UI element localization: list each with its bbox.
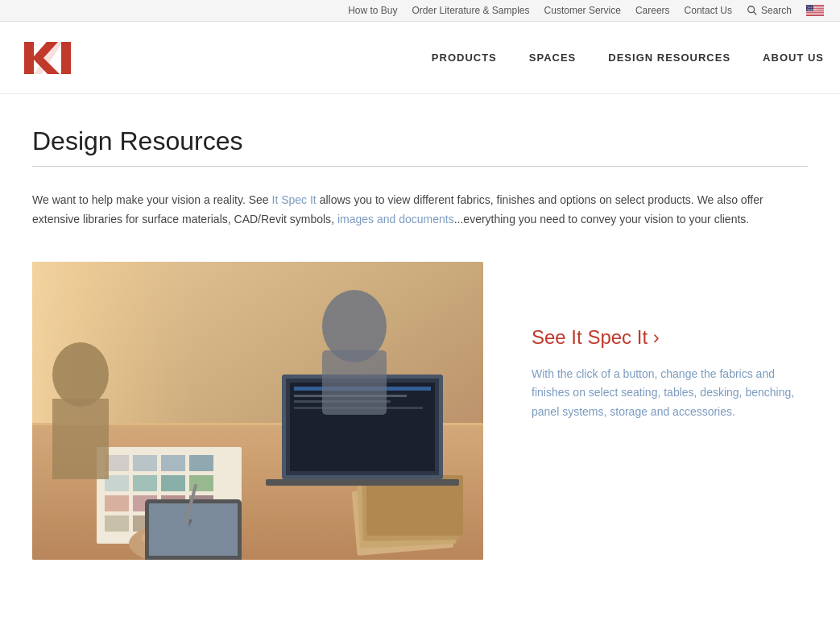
svg-rect-27 [133, 475, 157, 491]
svg-rect-56 [149, 503, 238, 556]
feature-image [32, 262, 483, 560]
contact-us-link[interactable]: Contact Us [685, 5, 732, 16]
feature-description: With the click of a button, change the f… [532, 365, 808, 422]
svg-rect-6 [806, 11, 824, 12]
svg-rect-15 [61, 42, 71, 74]
feature-text-block: See It Spec It › With the click of a but… [532, 262, 808, 422]
svg-rect-30 [105, 495, 129, 511]
svg-rect-60 [322, 350, 387, 415]
site-logo[interactable] [16, 34, 81, 82]
careers-link[interactable]: Careers [635, 5, 670, 16]
svg-rect-34 [105, 515, 129, 532]
images-documents-link[interactable]: images and documents [337, 213, 454, 226]
nav-spaces[interactable]: SPACES [529, 52, 577, 64]
main-content: Design Resources We want to help make yo… [0, 94, 840, 608]
main-navigation: PRODUCTS SPACES DESIGN RESOURCES ABOUT U… [0, 22, 840, 94]
order-literature-link[interactable]: Order Literature & Samples [412, 5, 529, 16]
nav-about-us[interactable]: ABOUT US [763, 52, 824, 64]
svg-rect-23 [133, 455, 157, 471]
title-divider [32, 166, 808, 167]
intro-paragraph: We want to help make your vision a reali… [32, 191, 797, 230]
svg-rect-29 [189, 475, 213, 491]
see-it-spec-it-link[interactable]: See It Spec It › [532, 326, 808, 349]
search-button[interactable]: Search [747, 5, 792, 16]
customer-service-link[interactable]: Customer Service [544, 5, 621, 16]
it-spec-it-link[interactable]: It Spec It [272, 193, 317, 206]
svg-rect-24 [161, 455, 185, 471]
feature-section: See It Spec It › With the click of a but… [32, 262, 808, 560]
svg-rect-8 [806, 14, 824, 15]
nav-links: PRODUCTS SPACES DESIGN RESOURCES ABOUT U… [432, 52, 824, 64]
page-title: Design Resources [32, 126, 808, 156]
svg-point-0 [748, 6, 755, 13]
svg-rect-25 [189, 455, 213, 471]
nav-products[interactable]: PRODUCTS [432, 52, 497, 64]
svg-line-1 [754, 12, 757, 15]
svg-rect-7 [806, 13, 824, 14]
language-flag[interactable]: ★ ★ ★ ★ ★ ★ ★ ★ ★ ★ ★ ★ ★ ★ ★ ★ ★ ★ ★ ★ … [806, 5, 824, 16]
svg-point-61 [52, 342, 109, 407]
svg-rect-49 [266, 479, 459, 486]
top-utility-bar: How to Buy Order Literature & Samples Cu… [0, 0, 840, 22]
svg-rect-28 [161, 475, 185, 491]
nav-design-resources[interactable]: DESIGN RESOURCES [608, 52, 730, 64]
search-icon [747, 5, 758, 16]
svg-rect-62 [52, 399, 109, 479]
search-label: Search [761, 5, 792, 16]
how-to-buy-link[interactable]: How to Buy [348, 5, 397, 16]
